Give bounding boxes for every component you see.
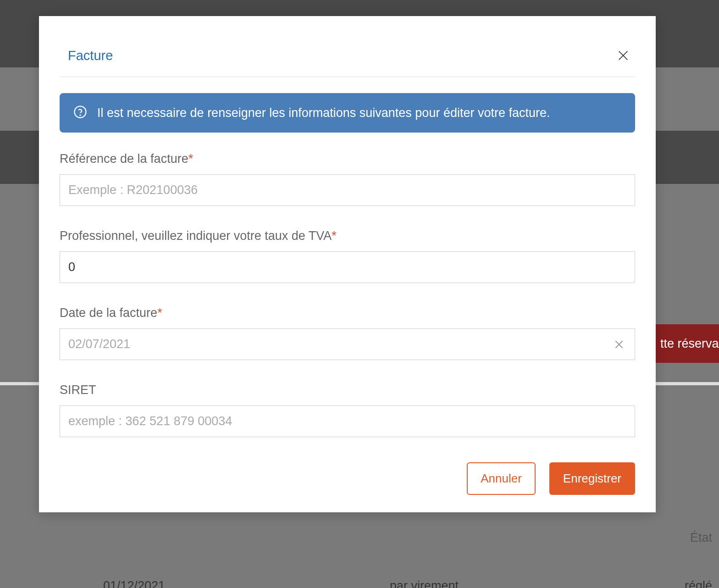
close-button[interactable] [615,47,631,64]
bg-row-status: réglé [685,579,712,588]
info-message: Il est necessaire de renseigner les info… [97,106,550,120]
bg-row-date: 01/12/2021 [103,579,165,588]
reference-field-group: Référence de la facture* [60,152,635,206]
info-banner: Il est necessaire de renseigner les info… [60,93,635,133]
date-field-group: Date de la facture* [60,306,635,360]
tva-field-group: Professionnel, veuillez indiquer votre t… [60,229,635,283]
bg-reservation-button: tte réserva [655,324,719,363]
siret-field-group: SIRET [60,383,635,437]
reference-label: Référence de la facture* [60,152,635,166]
svg-point-3 [80,115,80,115]
reference-input[interactable] [60,174,635,206]
invoice-modal: Facture Il est necessaire de renseigner … [39,16,656,512]
date-label: Date de la facture* [60,306,635,320]
siret-label: SIRET [60,383,635,397]
bg-table-header-right: État [690,531,712,545]
cancel-button[interactable]: Annuler [467,462,536,495]
bg-row-payment: par virement [390,579,459,588]
help-icon [73,105,87,121]
modal-header: Facture [60,47,635,77]
save-button[interactable]: Enregistrer [549,462,635,495]
date-input[interactable] [60,328,635,360]
tva-label: Professionnel, veuillez indiquer votre t… [60,229,635,243]
modal-title: Facture [68,48,113,63]
siret-input[interactable] [60,405,635,437]
clear-date-button[interactable] [611,337,627,352]
close-icon [617,49,630,62]
tva-input[interactable] [60,251,635,283]
modal-footer: Annuler Enregistrer [60,462,635,495]
clear-icon [613,338,625,350]
